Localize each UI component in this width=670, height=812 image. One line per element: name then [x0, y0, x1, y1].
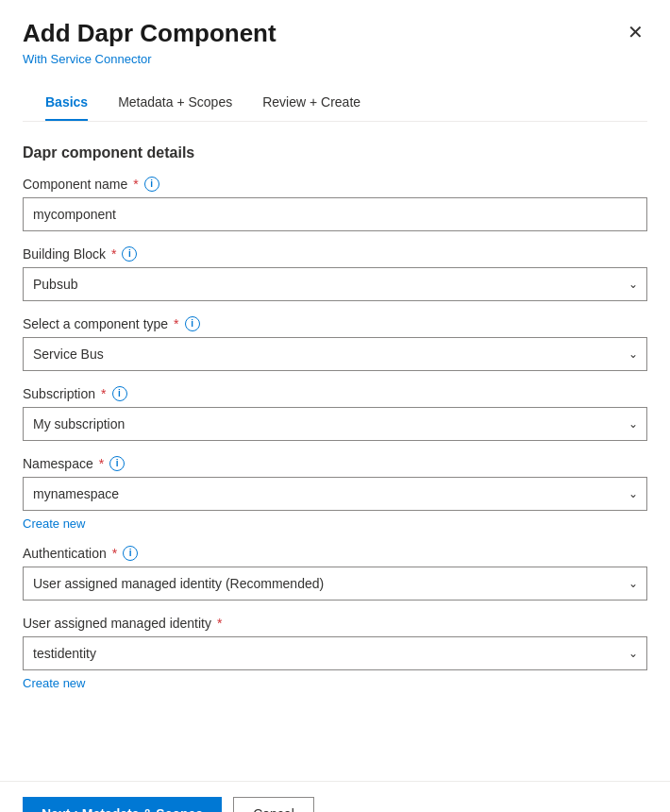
authentication-info-icon[interactable]: i	[123, 546, 138, 561]
building-block-info-icon[interactable]: i	[122, 246, 137, 262]
field-building-block: Building Block * i Pubsub State Bindings…	[23, 246, 647, 301]
dialog-body: Dapr component details Component name * …	[0, 122, 670, 781]
user-identity-select[interactable]: testidentity	[23, 636, 647, 670]
field-authentication: Authentication * i User assigned managed…	[23, 546, 647, 601]
required-star-ns: *	[99, 456, 104, 471]
close-button[interactable]: ✕	[624, 19, 647, 45]
required-star-ct: *	[174, 316, 178, 331]
dialog-footer: Next : Metadata & Scopes Cancel	[0, 781, 670, 812]
required-star-auth: *	[112, 546, 117, 561]
add-dapr-component-dialog: Add Dapr Component ✕ With Service Connec…	[0, 0, 670, 812]
required-star-ui: *	[217, 616, 222, 631]
user-identity-select-wrapper: testidentity ⌄	[23, 636, 647, 670]
component-name-input[interactable]	[23, 197, 647, 231]
field-subscription: Subscription * i My subscription ⌄	[23, 386, 647, 441]
subscription-label: Subscription * i	[23, 386, 647, 401]
subscription-select[interactable]: My subscription	[23, 407, 647, 441]
dialog-subtitle: With Service Connector	[23, 52, 647, 66]
component-type-select-wrapper: Service Bus Azure Storage Queue Azure Ev…	[23, 337, 647, 371]
dialog-title: Add Dapr Component	[23, 19, 276, 48]
required-star: *	[133, 177, 138, 192]
tab-review-create[interactable]: Review + Create	[262, 85, 360, 121]
namespace-info-icon[interactable]: i	[109, 456, 125, 471]
subscription-select-wrapper: My subscription ⌄	[23, 407, 647, 441]
user-identity-label: User assigned managed identity *	[23, 616, 647, 631]
component-name-info-icon[interactable]: i	[144, 177, 159, 192]
tab-bar: Basics Metadata + Scopes Review + Create	[23, 85, 647, 122]
next-button[interactable]: Next : Metadata & Scopes	[23, 797, 222, 812]
namespace-select-wrapper: mynamespace ⌄	[23, 477, 647, 511]
dialog-header: Add Dapr Component ✕ With Service Connec…	[0, 0, 670, 122]
namespace-label: Namespace * i	[23, 456, 647, 471]
field-user-identity: User assigned managed identity * testide…	[23, 616, 647, 690]
building-block-select-wrapper: Pubsub State Bindings Secrets ⌄	[23, 267, 647, 301]
building-block-select[interactable]: Pubsub State Bindings Secrets	[23, 267, 647, 301]
building-block-label: Building Block * i	[23, 246, 647, 262]
authentication-select[interactable]: User assigned managed identity (Recommen…	[23, 567, 647, 601]
cancel-button[interactable]: Cancel	[233, 797, 314, 812]
required-star-sub: *	[101, 386, 106, 401]
required-star-bb: *	[111, 246, 116, 262]
authentication-select-wrapper: User assigned managed identity (Recommen…	[23, 567, 647, 601]
tab-metadata-scopes[interactable]: Metadata + Scopes	[118, 85, 232, 121]
namespace-select[interactable]: mynamespace	[23, 477, 647, 511]
authentication-label: Authentication * i	[23, 546, 647, 561]
component-name-label: Component name * i	[23, 177, 647, 192]
subscription-info-icon[interactable]: i	[112, 386, 127, 401]
field-namespace: Namespace * i mynamespace ⌄ Create new	[23, 456, 647, 531]
component-type-label: Select a component type * i	[23, 316, 647, 331]
user-identity-create-new-link[interactable]: Create new	[23, 676, 85, 690]
namespace-create-new-link[interactable]: Create new	[23, 516, 85, 531]
section-title: Dapr component details	[23, 144, 647, 161]
field-component-name: Component name * i	[23, 177, 647, 231]
component-type-select[interactable]: Service Bus Azure Storage Queue Azure Ev…	[23, 337, 647, 371]
field-component-type: Select a component type * i Service Bus …	[23, 316, 647, 371]
component-type-info-icon[interactable]: i	[185, 316, 200, 331]
tab-basics[interactable]: Basics	[45, 85, 88, 121]
